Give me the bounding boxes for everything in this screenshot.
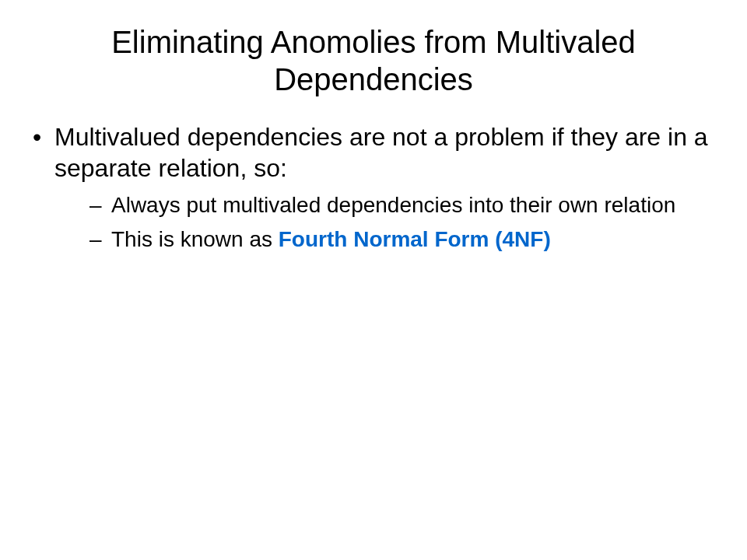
slide-title: Eliminating Anomolies from Multivaled De…	[31, 23, 716, 98]
bullet-list: Multivalued dependencies are not a probl…	[31, 121, 716, 254]
sub-item-text: Always put multivaled dependencies into …	[111, 193, 675, 217]
bullet-item: Multivalued dependencies are not a probl…	[31, 121, 716, 254]
sub-item-highlight: Fourth Normal Form (4NF)	[279, 227, 551, 251]
sub-item: Always put multivaled dependencies into …	[89, 191, 716, 219]
sub-item-text: This is known as	[111, 227, 279, 251]
bullet-text: Multivalued dependencies are not a probl…	[54, 123, 708, 182]
sub-item: This is known as Fourth Normal Form (4NF…	[89, 226, 716, 254]
sub-list: Always put multivaled dependencies into …	[54, 191, 716, 254]
